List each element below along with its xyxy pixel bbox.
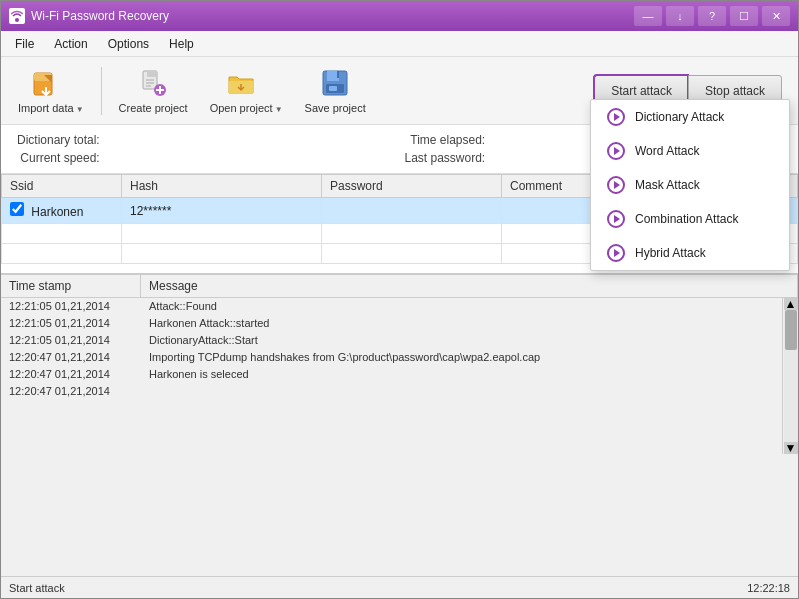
word-attack-item[interactable]: Word Attack: [591, 134, 789, 168]
log-table: 12:21:05 01,21,2014 Attack::Found 12:21:…: [1, 298, 782, 400]
log-row-6: 12:20:47 01,21,2014: [1, 383, 782, 400]
log-col-timestamp: Time stamp: [1, 275, 141, 297]
log-message-2: Harkonen Attack::started: [141, 315, 782, 332]
svg-point-0: [15, 18, 19, 22]
menu-options[interactable]: Options: [98, 34, 159, 54]
log-row-5: 12:20:47 01,21,2014 Harkonen is seleced: [1, 366, 782, 383]
log-col-message: Message: [141, 275, 798, 297]
status-bar: Start attack 12:22:18: [1, 576, 798, 598]
col-password: Password: [322, 175, 502, 198]
svg-rect-16: [329, 86, 337, 91]
log-timestamp-6: 12:20:47 01,21,2014: [1, 383, 141, 400]
last-password-label: Last password:: [404, 151, 485, 165]
log-message-4: Importing TCPdump handshakes from G:\pro…: [141, 349, 782, 366]
save-project-button[interactable]: Save project: [296, 63, 375, 119]
log-timestamp-4: 12:20:47 01,21,2014: [1, 349, 141, 366]
svg-rect-14: [337, 71, 339, 78]
create-project-label: Create project: [119, 102, 188, 114]
menu-file[interactable]: File: [5, 34, 44, 54]
log-area: Time stamp Message 12:21:05 01,21,2014 A…: [1, 274, 798, 454]
open-project-icon: [225, 67, 257, 99]
log-timestamp-2: 12:21:05 01,21,2014: [1, 315, 141, 332]
log-row-4: 12:20:47 01,21,2014 Importing TCPdump ha…: [1, 349, 782, 366]
row-hash: 12******: [122, 198, 322, 224]
status-right: 12:22:18: [747, 582, 790, 594]
log-rows-area: 12:21:05 01,21,2014 Attack::Found 12:21:…: [1, 298, 798, 454]
row-password: [322, 198, 502, 224]
import-data-label: Import data: [18, 102, 74, 114]
hybrid-attack-item[interactable]: Hybrid Attack: [591, 236, 789, 270]
toolbar-sep-1: [101, 67, 102, 115]
col-ssid: Ssid: [2, 175, 122, 198]
row-checkbox[interactable]: [10, 202, 24, 216]
title-bar: Wi-Fi Password Recovery — ↓ ? ☐ ✕: [1, 1, 798, 31]
col-hash: Hash: [122, 175, 322, 198]
log-message-3: DictionaryAttack::Start: [141, 332, 782, 349]
open-project-arrow[interactable]: ▼: [275, 105, 283, 114]
dictionary-total-label: Dictionary total:: [17, 133, 100, 147]
combination-attack-icon: [607, 210, 625, 228]
save-project-icon: [319, 67, 351, 99]
current-speed-label: Current speed:: [17, 151, 100, 165]
svg-rect-5: [147, 71, 157, 77]
save-project-label: Save project: [305, 102, 366, 114]
log-timestamp-3: 12:21:05 01,21,2014: [1, 332, 141, 349]
dictionary-total-value: [108, 133, 397, 147]
row-ssid: Harkonen: [2, 198, 122, 224]
app-icon: [9, 8, 25, 24]
log-timestamp-1: 12:21:05 01,21,2014: [1, 298, 141, 315]
create-project-button[interactable]: Create project: [110, 63, 197, 119]
log-header: Time stamp Message: [1, 274, 798, 298]
close-button[interactable]: ✕: [762, 6, 790, 26]
dictionary-attack-icon: [607, 108, 625, 126]
create-project-icon: [137, 67, 169, 99]
scroll-thumb[interactable]: [785, 310, 797, 350]
open-project-label: Open project: [210, 102, 273, 114]
menu-action[interactable]: Action: [44, 34, 97, 54]
dictionary-attack-item[interactable]: Dictionary Attack: [591, 100, 789, 134]
log-message-1: Attack::Found: [141, 298, 782, 315]
help-button[interactable]: ?: [698, 6, 726, 26]
scroll-up-button[interactable]: ▲: [784, 298, 798, 310]
menu-help[interactable]: Help: [159, 34, 204, 54]
log-message-5: Harkonen is seleced: [141, 366, 782, 383]
mask-attack-item[interactable]: Mask Attack: [591, 168, 789, 202]
toolbar: Import data ▼ Create project: [1, 57, 798, 125]
combination-attack-item[interactable]: Combination Attack: [591, 202, 789, 236]
scroll-down-button[interactable]: ▼: [784, 442, 798, 454]
restore-button[interactable]: ☐: [730, 6, 758, 26]
scroll-track[interactable]: [784, 310, 798, 442]
import-data-arrow[interactable]: ▼: [76, 105, 84, 114]
status-left: Start attack: [9, 582, 65, 594]
log-body[interactable]: 12:21:05 01,21,2014 Attack::Found 12:21:…: [1, 298, 782, 454]
open-project-button[interactable]: Open project ▼: [201, 63, 292, 119]
attack-dropdown-menu: Dictionary Attack Word Attack Mask Attac…: [590, 99, 790, 271]
scrollbar[interactable]: ▲ ▼: [782, 298, 798, 454]
log-message-6: [141, 383, 782, 400]
download-button[interactable]: ↓: [666, 6, 694, 26]
title-bar-controls: — ↓ ? ☐ ✕: [634, 6, 790, 26]
time-elapsed-label: Time elapsed:: [404, 133, 485, 147]
hybrid-attack-icon: [607, 244, 625, 262]
current-speed-value: [108, 151, 397, 165]
log-row-1: 12:21:05 01,21,2014 Attack::Found: [1, 298, 782, 315]
app-title: Wi-Fi Password Recovery: [31, 9, 634, 23]
import-data-button[interactable]: Import data ▼: [9, 63, 93, 119]
word-attack-icon: [607, 142, 625, 160]
mask-attack-icon: [607, 176, 625, 194]
app-window: Wi-Fi Password Recovery — ↓ ? ☐ ✕ File A…: [0, 0, 799, 599]
minimize-button[interactable]: —: [634, 6, 662, 26]
log-row-2: 12:21:05 01,21,2014 Harkonen Attack::sta…: [1, 315, 782, 332]
menu-bar: File Action Options Help: [1, 31, 798, 57]
log-row-3: 12:21:05 01,21,2014 DictionaryAttack::St…: [1, 332, 782, 349]
import-data-icon: [30, 67, 62, 99]
log-timestamp-5: 12:20:47 01,21,2014: [1, 366, 141, 383]
